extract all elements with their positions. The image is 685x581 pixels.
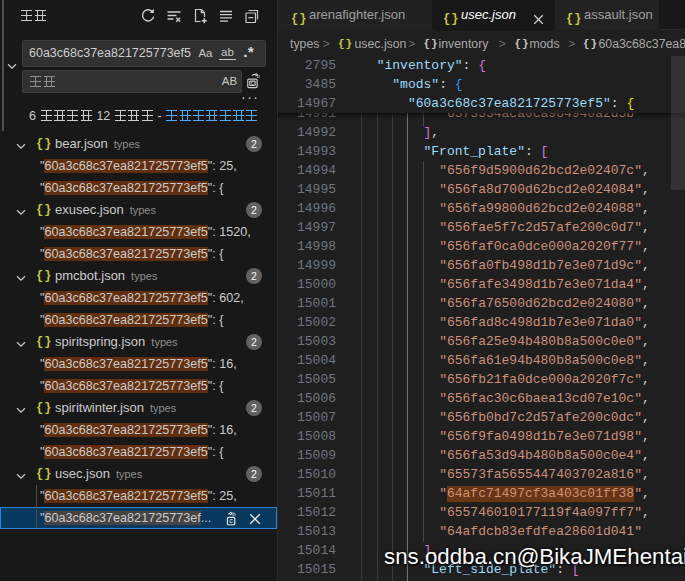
svg-text:b: b	[257, 73, 260, 79]
svg-text:c: c	[229, 517, 233, 524]
